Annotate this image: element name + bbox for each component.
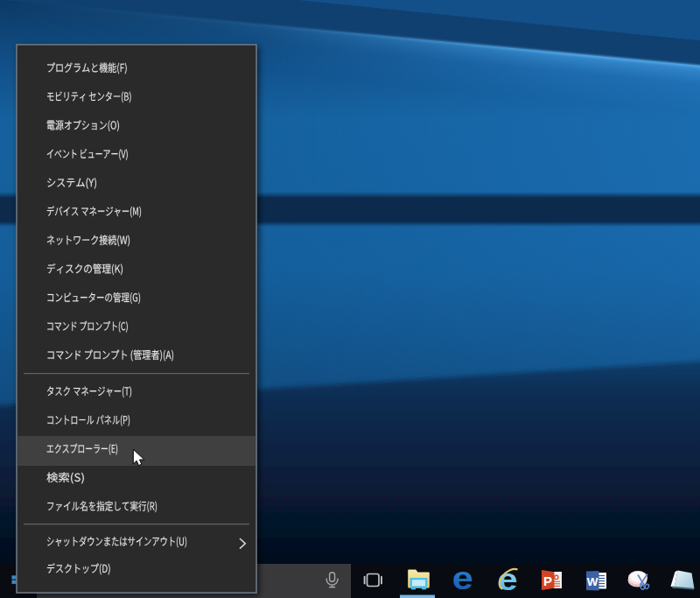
svg-text:W: W: [587, 575, 598, 588]
svg-text:e: e: [452, 560, 473, 596]
svg-text:P: P: [543, 573, 552, 588]
